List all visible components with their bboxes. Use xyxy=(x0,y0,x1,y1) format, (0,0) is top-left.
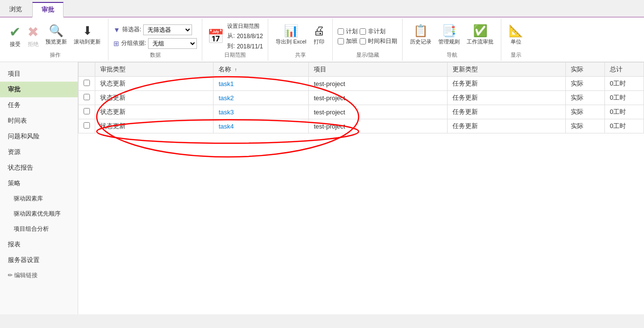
row-name: task1 xyxy=(214,77,309,91)
print-icon: 🖨 xyxy=(313,24,325,38)
sidebar-item-strategy[interactable]: 策略 xyxy=(0,175,78,191)
sort-arrow-name: ↑ xyxy=(235,67,237,72)
toolbar-group-display: 📐 单位 显示 xyxy=(501,19,531,61)
unit-label: 单位 xyxy=(511,38,521,45)
sidebar-item-status-report[interactable]: 状态报告 xyxy=(0,160,78,175)
preview-icon: 🔍 xyxy=(49,24,64,38)
print-button[interactable]: 🖨 打印 xyxy=(311,22,327,47)
time-date-checkbox[interactable] xyxy=(360,38,366,44)
display-hide-group-label: 显示/隐藏 xyxy=(356,51,379,59)
tab-browse[interactable]: 浏览 xyxy=(0,2,31,17)
sidebar-item-timesheet[interactable]: 时间表 xyxy=(0,113,78,129)
sidebar-item-reports[interactable]: 报表 xyxy=(0,237,78,252)
row-total: 0工时 xyxy=(605,119,644,133)
col-header-approval-type: 审批类型 xyxy=(95,63,214,77)
col-header-update-type: 更新类型 xyxy=(447,63,566,77)
daterange-group-label: 日期范围 xyxy=(224,51,246,59)
overtime-checkbox[interactable] xyxy=(338,38,344,44)
col-header-checkbox xyxy=(79,63,95,77)
operations-group-label: 操作 xyxy=(50,51,61,59)
row-checkbox[interactable] xyxy=(84,122,90,129)
toolbar: ✔ 接受 ✖ 拒绝 🔍 预览更新 ⬇ 滚动到更新 操作 ▼ 筛选器: xyxy=(0,18,644,62)
reject-button[interactable]: ✖ 拒绝 xyxy=(25,22,41,49)
sidebar-item-approve[interactable]: 审批 xyxy=(0,82,78,97)
row-checkbox[interactable] xyxy=(84,94,90,100)
row-approval-type: 状态更新 xyxy=(95,119,214,133)
share-group-label: 共享 xyxy=(295,51,306,59)
sidebar-item-issues-risks[interactable]: 问题和风险 xyxy=(0,129,78,144)
workflow-icon: ✅ xyxy=(473,24,488,38)
col-header-name[interactable]: 名称 ↑ xyxy=(214,63,309,77)
row-update-type: 任务更新 xyxy=(447,119,566,133)
toolbar-group-daterange: 📅 设置日期范围 从: 2018/8/12 到: 2018/11/1 日期范围 xyxy=(202,19,268,61)
row-name-link[interactable]: task1 xyxy=(218,80,234,87)
navigation-group-label: 导航 xyxy=(447,51,457,59)
row-total: 0工时 xyxy=(605,105,644,119)
row-total: 0工时 xyxy=(605,77,644,91)
management-rules-icon: 📑 xyxy=(442,24,456,38)
row-name-link[interactable]: task4 xyxy=(218,123,234,130)
preview-update-button[interactable]: 🔍 预览更新 xyxy=(43,22,69,47)
row-checkbox-cell xyxy=(79,119,95,133)
history-icon: 📋 xyxy=(413,24,428,38)
export-excel-label: 导出到 Excel xyxy=(276,38,306,45)
check-icon: ✔ xyxy=(9,24,21,40)
non-plan-label: 非计划 xyxy=(368,27,386,36)
to-label: 到: xyxy=(227,42,235,50)
filter-select[interactable]: 无筛选器 xyxy=(143,24,192,35)
row-name-link[interactable]: task2 xyxy=(218,94,234,102)
non-plan-checkbox[interactable] xyxy=(360,28,366,35)
content-area: 审批类型 名称 ↑ 项目 更新类型 实际 总计 状态更新 task1 xyxy=(78,62,644,314)
row-project: test-project xyxy=(309,105,447,119)
history-button[interactable]: 📋 历史记录 xyxy=(408,22,434,47)
sidebar-item-project[interactable]: 项目 xyxy=(0,66,78,82)
overtime-label: 加班 xyxy=(346,37,358,45)
group-select[interactable]: 无组 xyxy=(148,38,197,49)
row-update-type: 任务更新 xyxy=(447,105,566,119)
col-header-total: 总计 xyxy=(605,63,644,77)
row-project: test-project xyxy=(309,77,447,91)
overtime-checkbox-row: 加班 时间和日期 xyxy=(338,37,397,45)
to-value: 2018/11/1 xyxy=(237,43,263,50)
group-row: ⊞ 分组依据: 无组 xyxy=(113,38,197,49)
history-label: 历史记录 xyxy=(410,38,431,45)
row-approval-type: 状态更新 xyxy=(95,105,214,119)
workflow-approval-button[interactable]: ✅ 工作流审批 xyxy=(464,22,496,47)
group-label: 分组依据: xyxy=(121,39,146,47)
group-icon: ⊞ xyxy=(113,40,119,47)
plan-checkbox-row: 计划 非计划 xyxy=(338,27,386,36)
scroll-to-update-button[interactable]: ⬇ 滚动到更新 xyxy=(71,22,103,47)
table-row: 状态更新 task1 test-project 任务更新 实际 0工时 xyxy=(79,77,644,91)
row-name: task3 xyxy=(214,105,309,119)
plan-checkbox[interactable] xyxy=(338,28,344,35)
sidebar-item-portfolio-analysis[interactable]: 项目组合分析 xyxy=(0,221,78,237)
sidebar-item-resource[interactable]: 资源 xyxy=(0,144,78,160)
row-checkbox[interactable] xyxy=(84,80,90,86)
preview-update-label: 预览更新 xyxy=(45,38,67,45)
tab-approve[interactable]: 审批 xyxy=(32,2,64,18)
row-checkbox[interactable] xyxy=(84,108,90,114)
sidebar-item-task[interactable]: 任务 xyxy=(0,97,78,113)
reject-label: 拒绝 xyxy=(28,41,39,48)
management-rules-button[interactable]: 📑 管理规则 xyxy=(436,22,462,47)
table-row: 状态更新 task2 test-project 任务更新 实际 0工时 xyxy=(79,91,644,105)
accept-label: 接受 xyxy=(10,41,21,48)
export-excel-button[interactable]: 📊 导出到 Excel xyxy=(273,22,309,47)
sidebar-item-server-settings[interactable]: 服务器设置 xyxy=(0,252,78,268)
management-rules-label: 管理规则 xyxy=(438,38,460,45)
sidebar-item-driver-priority[interactable]: 驱动因素优先顺序 xyxy=(0,206,78,221)
print-label: 打印 xyxy=(314,38,324,45)
col-header-actual: 实际 xyxy=(566,63,605,77)
unit-icon: 📐 xyxy=(509,24,523,38)
unit-button[interactable]: 📐 单位 xyxy=(506,22,526,47)
sidebar-item-driver-library[interactable]: 驱动因素库 xyxy=(0,191,78,206)
edit-link[interactable]: ✏ 编辑链接 xyxy=(0,268,78,283)
col-header-project: 项目 xyxy=(309,63,447,77)
main-layout: 项目 审批 任务 时间表 问题和风险 资源 状态报告 策略 驱动因素库 驱动因素… xyxy=(0,62,644,314)
row-name: task2 xyxy=(214,91,309,105)
workflow-label: 工作流审批 xyxy=(467,38,494,45)
accept-button[interactable]: ✔ 接受 xyxy=(7,22,23,49)
display-group-label: 显示 xyxy=(511,51,521,59)
row-actual: 实际 xyxy=(566,105,605,119)
row-name-link[interactable]: task3 xyxy=(218,109,234,116)
